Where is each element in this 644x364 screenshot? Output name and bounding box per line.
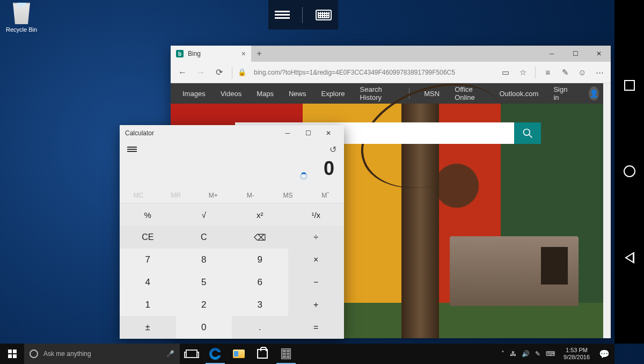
store-button[interactable] [251,344,274,364]
subtract-key[interactable]: − [288,271,345,294]
key-9[interactable]: 9 [232,249,288,271]
inverse-key[interactable]: ¹/x [288,203,345,226]
square-key[interactable]: x² [232,203,288,226]
ms-button[interactable]: MS [269,187,307,203]
calc-minimize-button[interactable]: ─ [277,129,298,137]
backspace-key[interactable]: ⌫ [232,226,288,249]
network-icon[interactable]: 🖧 [510,350,516,358]
key-4[interactable]: 4 [120,271,176,294]
file-explorer-button[interactable] [227,344,251,364]
share-icon[interactable]: ☺ [575,68,589,77]
calculator-icon [281,348,291,359]
recycle-bin-icon [11,3,32,24]
mc-button: MC [120,187,157,203]
key-6[interactable]: 6 [232,271,288,294]
start-button[interactable] [0,344,24,364]
web-note-icon[interactable]: ✎ [558,68,572,77]
separator [302,7,303,23]
tablet-menu-icon[interactable] [275,9,290,20]
bing-menu-outlook[interactable]: Outlook.com [499,90,538,98]
new-tab-button[interactable]: + [251,46,267,62]
url-text[interactable]: bing.com/?toHttps=1&redig=4E0F3CC4349F46… [250,69,495,76]
ce-key[interactable]: CE [120,226,176,249]
back-nav-button[interactable]: ← [175,65,190,80]
taskbar-clock[interactable]: 1:53 PM 9/28/2016 [559,347,594,361]
percent-key[interactable]: % [120,203,176,226]
sqrt-key[interactable]: √ [176,203,232,226]
svg-rect-2 [8,350,12,353]
avatar-icon[interactable]: 👤 [589,86,599,100]
close-tab-icon[interactable]: × [241,49,246,58]
bing-menu-videos[interactable]: Videos [221,90,242,98]
history-icon[interactable]: ↺ [330,144,336,155]
key-0[interactable]: 0 [176,316,232,339]
folder-icon [233,350,245,358]
negate-key[interactable]: ± [120,316,176,339]
keyboard-icon[interactable] [316,10,332,20]
bing-search-button[interactable] [514,122,541,144]
bing-favicon: b [176,50,184,57]
refresh-button[interactable]: ⟳ [211,65,226,80]
decimal-key[interactable]: . [232,316,288,339]
calc-close-button[interactable]: ✕ [318,129,339,137]
tablet-top-bar [268,0,338,30]
mlist-button[interactable]: Mˇ [306,187,344,203]
mminus-button[interactable]: M- [232,187,269,203]
key-5[interactable]: 5 [176,271,232,294]
key-1[interactable]: 1 [120,294,176,316]
microphone-icon[interactable]: 🎤 [166,350,174,358]
volume-icon[interactable]: 🔊 [522,350,530,358]
hub-icon[interactable]: ≡ [541,68,555,77]
pen-icon[interactable]: ✎ [535,350,540,358]
more-icon[interactable]: ⋯ [592,68,606,77]
bing-menu-history[interactable]: Search History [360,85,394,101]
bing-menu-images[interactable]: Images [182,90,206,98]
action-center-button[interactable]: 💬 [594,349,614,359]
mr-button: MR [157,187,195,203]
calc-menu-icon[interactable] [127,145,137,153]
lock-icon: 🔒 [238,68,246,76]
add-key[interactable]: + [288,294,345,316]
task-view-button[interactable] [180,344,203,364]
equals-key[interactable]: = [288,316,345,339]
clock-time: 1:53 PM [564,347,590,354]
store-icon [257,349,268,359]
c-key[interactable]: C [176,226,232,249]
key-8[interactable]: 8 [176,249,232,271]
bing-menu-news[interactable]: News [289,90,306,98]
clock-date: 9/28/2016 [564,354,590,361]
recycle-bin[interactable]: Recycle Bin [5,3,38,33]
keyboard-tray-icon[interactable]: ⌨ [546,350,555,358]
maximize-button[interactable]: ☐ [564,46,587,62]
bing-signin[interactable]: Sign in [553,85,569,101]
key-2[interactable]: 2 [176,294,232,316]
bing-menu-maps[interactable]: Maps [257,90,274,98]
reading-view-icon[interactable]: ▭ [499,68,513,77]
edge-taskbar-button[interactable] [203,344,227,364]
calc-titlebar[interactable]: Calculator ─ ☐ ✕ [120,125,344,141]
mplus-button[interactable]: M+ [194,187,232,203]
home-button[interactable] [624,165,635,177]
key-7[interactable]: 7 [120,249,176,271]
tab-title: Bing [188,50,201,57]
favorite-icon[interactable]: ☆ [516,68,530,77]
multiply-key[interactable]: × [288,249,345,271]
browser-tab-bing[interactable]: b Bing × [171,46,251,62]
calculator-taskbar-button[interactable] [274,344,298,364]
close-window-button[interactable]: ✕ [587,46,611,62]
key-3[interactable]: 3 [232,294,288,316]
bing-menu-explore[interactable]: Explore [321,90,345,98]
cortana-search[interactable]: Ask me anything 🎤 [24,344,180,364]
system-tray[interactable]: ˄ 🖧 🔊 ✎ ⌨ [497,350,559,358]
tray-chevron-icon[interactable]: ˄ [501,350,504,358]
minimize-button[interactable]: ─ [540,46,564,62]
svg-rect-5 [13,354,17,358]
forward-nav-button[interactable]: → [193,65,208,80]
overview-button[interactable] [624,80,635,91]
bing-menu-bar: Images Videos Maps News Explore Search H… [171,83,611,104]
back-button[interactable] [625,252,634,264]
calc-maximize-button[interactable]: ☐ [298,129,318,137]
scrollbar[interactable] [603,83,611,338]
divide-key[interactable]: ÷ [288,226,345,249]
search-placeholder: Ask me anything [43,350,91,358]
